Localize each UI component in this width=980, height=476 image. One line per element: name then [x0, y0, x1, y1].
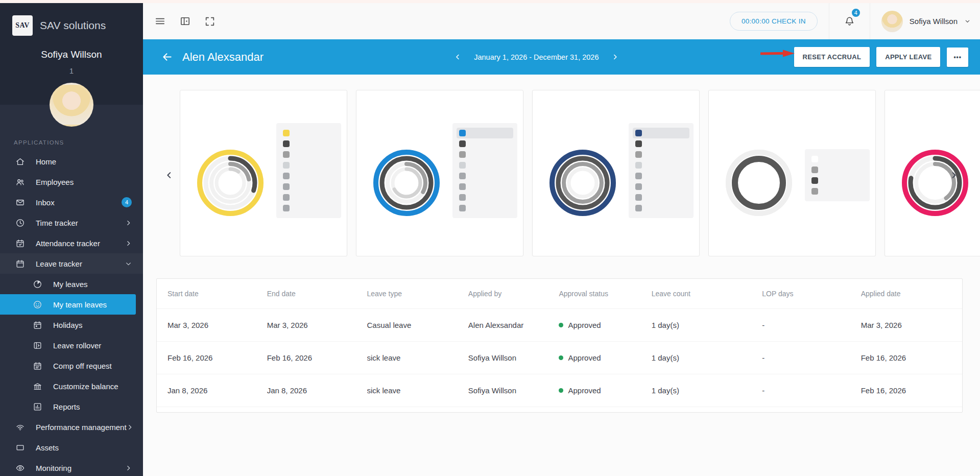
sidebar-item-comp-off-request[interactable]: Comp off request [0, 355, 143, 376]
sidebar-item-label: Assets [36, 443, 59, 452]
table-cell: sick leave [367, 353, 468, 362]
legend-item[interactable] [633, 138, 689, 149]
panel-toggle-icon[interactable] [179, 15, 191, 27]
legend-item[interactable] [633, 171, 689, 181]
legend-item[interactable] [457, 171, 513, 181]
table-cell: 1 day(s) [652, 353, 762, 362]
notifications-button[interactable]: 4 [829, 3, 870, 39]
sidebar-item-performance-management[interactable]: Performance management [0, 417, 143, 437]
carousel-next-icon[interactable] [947, 168, 961, 183]
sidebar-item-attendance-tracker[interactable]: Attendance tracker [0, 233, 143, 253]
sidebar-item-employees[interactable]: Employees [0, 172, 143, 192]
attendance-icon [15, 239, 26, 248]
legend-swatch [283, 194, 290, 201]
leave-card-lop [532, 90, 700, 256]
sidebar-item-my-leaves[interactable]: My leaves [0, 274, 143, 294]
legend-item[interactable] [809, 154, 866, 164]
reset-accrual-button[interactable]: RESET ACCRUAL [794, 47, 870, 67]
legend-item[interactable] [457, 203, 513, 213]
legend-item[interactable] [633, 160, 689, 171]
legend-item[interactable] [280, 149, 337, 160]
back-arrow-icon[interactable] [143, 51, 173, 63]
sidebar-item-label: Performance management [36, 423, 127, 432]
sidebar-item-my-team-leaves[interactable]: My team leaves [0, 294, 136, 315]
check-in-button[interactable]: 00:00:00 CHECK IN [730, 12, 818, 31]
legend-item[interactable] [809, 186, 866, 197]
legend-item[interactable] [809, 164, 866, 175]
legend-item[interactable] [633, 128, 689, 138]
donut-center-label [371, 147, 442, 219]
sidebar-item-time-tracker[interactable]: Time tracker [0, 212, 143, 233]
legend-item[interactable] [280, 203, 337, 213]
table-row[interactable]: Jan 8, 2026Jan 8, 2026sick leaveSofiya W… [157, 374, 962, 407]
table-cell: Jan 8, 2026 [168, 386, 267, 395]
sidebar-item-inbox[interactable]: Inbox4 [0, 192, 143, 212]
sidebar-item-reports[interactable]: Reports [0, 396, 143, 417]
red-annotation-arrow [760, 50, 795, 57]
leave-donut-chart [547, 147, 618, 219]
card-legend [629, 118, 694, 218]
table-cell: Feb 16, 2026 [267, 353, 367, 362]
topbar-avatar [881, 11, 903, 32]
brand[interactable]: SAV SAV solutions [0, 3, 143, 39]
legend-item[interactable] [280, 192, 337, 203]
sidebar-avatar[interactable] [50, 83, 93, 127]
table-row[interactable]: Feb 16, 2026Feb 16, 2026sick leaveSofiya… [157, 342, 962, 374]
more-actions-button[interactable]: ••• [947, 47, 968, 67]
page-header: Alen Alexsandar January 1, 2026 - Decemb… [143, 39, 980, 75]
status-dot [559, 323, 563, 327]
sidebar-item-assets[interactable]: Assets [0, 437, 143, 458]
reports-icon [33, 402, 43, 412]
inbox-icon [15, 198, 26, 207]
sidebar-item-leave-tracker[interactable]: Leave tracker [0, 253, 143, 274]
legend-item[interactable] [633, 192, 689, 203]
legend-item[interactable] [280, 171, 337, 181]
sidebar-item-customize-balance[interactable]: Customize balance [0, 376, 143, 396]
legend-item[interactable] [633, 181, 689, 192]
sidebar-item-monitoring[interactable]: Monitoring [0, 458, 143, 476]
legend-item[interactable] [457, 149, 513, 160]
header-actions: RESET ACCRUAL APPLY LEAVE ••• [794, 47, 980, 67]
sidebar-item-holidays[interactable]: Holidays [0, 315, 143, 335]
table-row[interactable]: Mar 3, 2026Mar 3, 2026Casual leaveAlen A… [157, 309, 962, 342]
legend-swatch [635, 130, 642, 136]
clock-icon [15, 218, 26, 228]
next-period-icon[interactable] [611, 53, 618, 61]
table-cell: Feb 16, 2026 [168, 353, 267, 362]
legend-item[interactable] [633, 203, 689, 213]
carousel-prev-icon[interactable] [162, 168, 176, 183]
legend-item[interactable] [280, 138, 337, 149]
donut-center-label [899, 147, 971, 219]
legend-item[interactable] [280, 160, 337, 171]
legend-item[interactable] [457, 192, 513, 203]
user-menu[interactable]: Sofiya Willson [870, 11, 980, 32]
sidebar-item-leave-rollover[interactable]: Leave rollover [0, 335, 143, 355]
sidebar-item-home[interactable]: Home [0, 151, 143, 172]
fullscreen-icon[interactable] [204, 16, 216, 27]
card-legend [805, 145, 870, 201]
sidebar-item-label: Holidays [53, 321, 83, 329]
chevron-right-icon [125, 220, 132, 226]
bank-icon [33, 382, 43, 391]
applications-section-label: APPLICATIONS [0, 134, 143, 151]
table-cell: 1 day(s) [652, 386, 762, 395]
table-cell: Feb 16, 2026 [861, 353, 962, 362]
legend-item[interactable] [457, 138, 513, 149]
prev-period-icon[interactable] [454, 53, 462, 61]
apply-leave-button[interactable]: APPLY LEAVE [876, 47, 940, 67]
legend-item[interactable] [809, 175, 866, 186]
legend-swatch [283, 183, 290, 190]
legend-item[interactable] [280, 181, 337, 192]
legend-item[interactable] [457, 160, 513, 171]
leave-donut-chart [723, 147, 795, 219]
legend-item[interactable] [457, 181, 513, 192]
performance-icon [15, 422, 26, 432]
legend-item[interactable] [633, 149, 689, 160]
table-cell: Jan 8, 2026 [267, 386, 367, 395]
table-cell: Mar 3, 2026 [168, 321, 267, 329]
legend-swatch [811, 166, 818, 173]
legend-item[interactable] [457, 128, 513, 138]
legend-item[interactable] [280, 128, 337, 138]
menu-icon[interactable] [154, 15, 166, 27]
table-header-row: Start dateEnd dateLeave typeApplied byAp… [157, 279, 962, 309]
